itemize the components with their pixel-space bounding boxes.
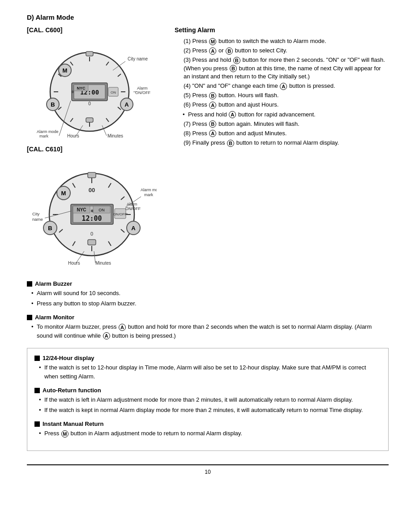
- step-5-btn-b: B: [209, 92, 216, 99]
- c600-watch-svg: 12:00 ON 0 B A: [36, 38, 152, 141]
- svg-point-18: [71, 90, 74, 93]
- auto-return-item-2: If the watch is kept in normal Alarm dis…: [39, 406, 381, 415]
- svg-text:Alarm mode: Alarm mode: [37, 129, 59, 134]
- svg-text:A: A: [131, 225, 136, 232]
- auto-return-title: Auto-Return function: [34, 387, 381, 394]
- alarm-monitor-section: Alarm Monitor To monitor Alarm buzzer, p…: [27, 314, 389, 340]
- svg-text:NYC: NYC: [77, 86, 86, 90]
- hour-display-list: If the watch is set to 12-hour display i…: [34, 363, 381, 381]
- step-1-btn-m: M: [209, 38, 216, 45]
- alarm-buzzer-list: Alarm will sound for 10 seconds. Press a…: [27, 289, 389, 308]
- step-9-btn-b: B: [227, 140, 234, 147]
- alarm-buzzer-item-1: Alarm will sound for 10 seconds.: [31, 289, 389, 298]
- section-d-title: D) Alarm Mode: [27, 13, 389, 21]
- step-6: (6) Press A button and ajust Hours.: [175, 101, 389, 109]
- svg-text:ON/OFF: ON/OFF: [135, 90, 150, 95]
- cal-c600-diagram: 12:00 ON 0 B A: [27, 38, 161, 141]
- svg-rect-2: [86, 118, 93, 122]
- step-4-btn-a: A: [280, 83, 287, 90]
- instant-manual-subsection: Instant Manual Return Press M button in …: [34, 420, 381, 438]
- svg-text:Minutes: Minutes: [107, 133, 123, 138]
- setting-alarm-title: Setting Alarm: [175, 26, 389, 34]
- step-3-btn-b: B: [233, 57, 240, 64]
- auto-return-list: If the watch is left in Alarm adjustment…: [34, 395, 381, 414]
- cal-c610-diagram: 00 NYC ON 12:00: [27, 157, 161, 269]
- cal-c610-label: [CAL. C610]: [27, 146, 161, 153]
- alarm-buzzer-title: Alarm Buzzer: [27, 280, 389, 287]
- svg-text:A: A: [124, 101, 129, 108]
- svg-text:Hours: Hours: [68, 261, 80, 266]
- svg-text:Minutes: Minutes: [95, 261, 111, 266]
- alarm-monitor-list: To monitor Alarm buzzer, press A button …: [27, 322, 389, 340]
- svg-text:ON: ON: [98, 208, 105, 212]
- hour-display-item: If the watch is set to 12-hour display i…: [39, 363, 381, 381]
- svg-text:0: 0: [90, 231, 93, 236]
- bottom-line: [27, 464, 389, 465]
- steps-container: (1) Press M button to switch the watch t…: [175, 37, 389, 147]
- svg-text:12:00: 12:00: [81, 215, 102, 223]
- hour-display-subsection: 12/24-Hour display If the watch is set t…: [34, 355, 381, 381]
- info-box: 12/24-Hour display If the watch is set t…: [27, 348, 389, 451]
- step-5: (5) Press B button. Hours will flash.: [175, 91, 389, 99]
- black-square-monitor: [27, 315, 32, 320]
- monitor-btn-a2: A: [103, 332, 110, 339]
- svg-text:M: M: [61, 190, 66, 197]
- alarm-monitor-item-1: To monitor Alarm buzzer, press A button …: [31, 322, 389, 340]
- step-6-bullet-btn-a: A: [229, 111, 236, 118]
- step-8-btn-a: A: [209, 130, 216, 137]
- svg-text:B: B: [51, 101, 55, 108]
- step-7-btn-b: B: [209, 120, 216, 128]
- svg-text:0: 0: [88, 101, 91, 106]
- step-6-bullet: Press and hold A button for rapid advanc…: [175, 111, 389, 119]
- step-2: (2) Press A or B button to select City.: [175, 47, 389, 55]
- instant-manual-list: Press M button in Alarm adjustment mode …: [34, 429, 381, 438]
- svg-text:NYC: NYC: [77, 207, 86, 212]
- hour-display-title: 12/24-Hour display: [34, 355, 381, 361]
- instant-btn-m: M: [61, 430, 68, 438]
- page-number: 10: [27, 469, 389, 475]
- step-1: (1) Press M button to switch the watch t…: [175, 37, 389, 45]
- svg-text:ON/OFF: ON/OFF: [125, 206, 141, 211]
- svg-text:Alarm mode: Alarm mode: [141, 188, 157, 192]
- step-6-btn-a: A: [209, 102, 216, 109]
- step-1-num: (1) Press: [184, 38, 209, 44]
- step-2-btn-b: B: [226, 47, 233, 55]
- cal-c600-label: [CAL. C600]: [27, 26, 161, 34]
- svg-text:mark: mark: [144, 193, 153, 197]
- svg-rect-1: [86, 51, 93, 56]
- instant-manual-title: Instant Manual Return: [34, 420, 381, 427]
- step-3: (3) Press and hold B button for more the…: [175, 56, 389, 81]
- svg-text:name: name: [32, 217, 43, 222]
- svg-rect-44: [88, 240, 96, 245]
- auto-return-subsection: Auto-Return function If the watch is lef…: [34, 387, 381, 414]
- c610-watch-svg: 00 NYC ON 12:00: [31, 157, 157, 269]
- svg-text:City name: City name: [128, 56, 148, 61]
- svg-text:B: B: [48, 225, 52, 232]
- instant-manual-item: Press M button in Alarm adjustment mode …: [39, 429, 381, 438]
- black-square-instant: [34, 421, 40, 427]
- auto-return-item-1: If the watch is left in Alarm adjustment…: [39, 395, 381, 404]
- svg-text:00: 00: [89, 187, 95, 193]
- step-3-btn-b2: B: [230, 65, 237, 72]
- alarm-buzzer-section: Alarm Buzzer Alarm will sound for 10 sec…: [27, 280, 389, 308]
- black-square-hour: [34, 356, 40, 361]
- svg-rect-43: [88, 172, 96, 178]
- black-square-auto: [34, 388, 40, 393]
- svg-text:Alarm: Alarm: [137, 86, 148, 90]
- step-2-btn-a: A: [209, 47, 216, 55]
- svg-text:M: M: [63, 67, 68, 74]
- step-4: (4) "ON" and "OF" change each time A but…: [175, 82, 389, 90]
- svg-text:mark: mark: [39, 134, 48, 138]
- step-7: (7) Press B button again. Minutes will f…: [175, 120, 389, 128]
- step-9: (9) Finally press B button to return to …: [175, 139, 389, 147]
- svg-text:City: City: [32, 211, 40, 216]
- alarm-buzzer-item-2: Press any button to stop Alarm buzzer.: [31, 299, 389, 308]
- svg-text:Alarm: Alarm: [127, 202, 137, 206]
- step-8: (8) Press A button and adjust Minutes.: [175, 129, 389, 137]
- alarm-monitor-title: Alarm Monitor: [27, 314, 389, 321]
- svg-text:ON/OFF: ON/OFF: [113, 212, 127, 216]
- svg-text:ON: ON: [111, 90, 116, 94]
- monitor-btn-a1: A: [119, 324, 126, 331]
- black-square-buzzer: [27, 281, 32, 287]
